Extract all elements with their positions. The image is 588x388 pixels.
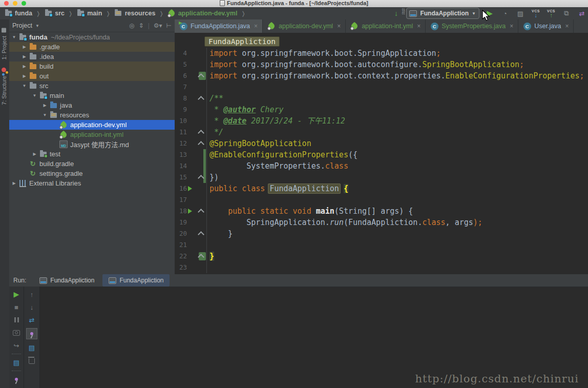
chevron-collapsed-icon[interactable]: ▶ — [22, 54, 27, 59]
tab-FundaAppliction.java[interactable]: CFundaAppliction.java× — [175, 19, 263, 33]
down-stack-trace-button[interactable]: ↓ — [27, 302, 36, 312]
chevron-down-icon[interactable]: ▼ — [35, 24, 39, 28]
code-line-6[interactable]: 6import org.springframework.boot.context… — [175, 70, 588, 81]
code-line-7[interactable]: 7 — [175, 81, 588, 93]
code-line-17[interactable]: 17 — [175, 194, 588, 206]
vcs-update-button[interactable]: VCS↓ — [531, 8, 541, 18]
fold-marker-icon[interactable] — [198, 231, 204, 238]
exit-button[interactable]: ↪ — [12, 341, 21, 350]
tree-item-build[interactable]: ▶build — [9, 62, 175, 71]
code-editor[interactable]: FundaAppliction 4import org.springframew… — [175, 33, 588, 274]
tree-item-funda[interactable]: ▼funda~/IdeaProjects/funda — [9, 32, 175, 42]
code-line-14[interactable]: 14 SystemProperties.class — [175, 160, 588, 172]
locate-icon[interactable]: ◎ — [129, 22, 134, 29]
print-button[interactable]: ▤ — [27, 343, 36, 352]
code-line-12[interactable]: 12@SpringBootApplication — [175, 138, 588, 149]
tab-SystemProperties.java[interactable]: CSystemProperties.java× — [426, 19, 518, 33]
breadcrumb-item-main[interactable]: main — [76, 9, 102, 17]
close-icon[interactable]: × — [254, 23, 258, 30]
code-line-4[interactable]: 4import org.springframework.boot.SpringA… — [175, 48, 588, 59]
show-console-button[interactable]: ▤ — [12, 358, 21, 367]
tree-item-build.gradle[interactable]: ↻build.gradle — [9, 159, 175, 169]
thread-dump-button[interactable] — [12, 328, 21, 337]
collapse-all-icon[interactable]: ⇕ — [139, 22, 144, 29]
close-icon[interactable]: × — [510, 23, 513, 30]
tree-item-.idea[interactable]: ▶.idea — [9, 52, 175, 62]
run-configuration-selector[interactable]: FundaAppliction ▼ — [406, 8, 479, 19]
tab-application-int.yml[interactable]: application-int.yml× — [346, 19, 426, 33]
breadcrumb-item-resources[interactable]: resources — [114, 9, 156, 17]
code-line-16[interactable]: 16public class FundaAppliction { — [175, 183, 588, 194]
vcs-commit-button[interactable]: VCS↑ — [546, 8, 556, 18]
code-line-10[interactable]: 10 * @date 2017/3/24 - 下午11:12 — [175, 115, 588, 127]
tab-application-dev.yml[interactable]: application-dev.yml× — [263, 19, 346, 33]
code-line-20[interactable]: 20 } — [175, 228, 588, 239]
tree-item-application-dev.yml[interactable]: application-dev.yml — [9, 120, 175, 130]
fold-marker-icon[interactable] — [198, 96, 204, 103]
up-stack-trace-button[interactable]: ↑ — [27, 290, 36, 299]
clear-all-button[interactable] — [27, 356, 36, 365]
tool-button-project[interactable]: 1: Project — [1, 25, 7, 59]
code-line-19[interactable]: 19 SpringApplication.run(FundaAppliction… — [175, 217, 588, 228]
chevron-expanded-icon[interactable]: ▼ — [22, 84, 27, 88]
tree-item-.gradle[interactable]: ▶.gradle — [9, 42, 175, 52]
stop-button[interactable]: ■ — [12, 302, 21, 312]
chevron-collapsed-icon[interactable]: ▶ — [22, 45, 27, 49]
chevron-collapsed-icon[interactable]: ▶ — [32, 152, 37, 156]
breadcrumb-item-src[interactable]: src — [44, 9, 65, 17]
soft-wrap-button[interactable]: ⇄ — [27, 315, 36, 324]
tree-item-test[interactable]: ▶test — [9, 149, 175, 159]
fold-marker-icon[interactable] — [198, 130, 204, 136]
run-with-coverage-icon[interactable]: ▨ — [515, 8, 526, 18]
code-line-15[interactable]: 15}) — [175, 172, 588, 183]
code-line-9[interactable]: 9 * @author Chery — [175, 104, 588, 115]
rerun-button[interactable]: ▶ — [12, 290, 21, 299]
code-line-21[interactable]: 21 — [175, 239, 588, 251]
breadcrumb-item-funda[interactable]: funda — [4, 9, 32, 17]
gear-icon[interactable]: ⚙▾ — [154, 22, 162, 29]
code-line-11[interactable]: 11 */ — [175, 127, 588, 138]
close-icon[interactable]: × — [337, 23, 341, 30]
tab-User.java[interactable]: CUser.java× — [518, 19, 574, 33]
run-gutter-icon[interactable] — [188, 209, 192, 214]
tool-button-structure[interactable]: 7: Structure — [1, 65, 7, 105]
code-line-22[interactable]: 22} — [175, 251, 588, 262]
code-line-8[interactable]: 8/** — [175, 93, 588, 104]
tree-item-application-int.yml[interactable]: application-int.yml — [9, 130, 175, 139]
hide-panel-icon[interactable]: ⊢ — [166, 22, 172, 29]
chevron-collapsed-icon[interactable]: ▶ — [42, 103, 48, 108]
run-tab-0[interactable]: FundaAppliction — [33, 274, 100, 287]
pin-icon[interactable] — [12, 375, 21, 384]
recent-changes-icon[interactable]: ⧉ — [561, 8, 572, 18]
code-line-18[interactable]: 18 public static void main(String[] args… — [175, 206, 588, 217]
chevron-expanded-icon[interactable]: ▼ — [11, 35, 17, 39]
tree-item-External Libraries[interactable]: ▶External Libraries — [9, 178, 175, 188]
tree-item-out[interactable]: ▶out — [9, 71, 175, 81]
tree-item-java[interactable]: ▶java — [9, 100, 175, 110]
tree-item-resources[interactable]: ▼resources — [9, 110, 175, 120]
close-icon[interactable]: × — [565, 23, 569, 30]
fold-marker-icon[interactable] — [198, 141, 204, 148]
pause-output-button[interactable] — [12, 315, 21, 324]
chevron-collapsed-icon[interactable]: ▶ — [22, 64, 27, 69]
tree-item-main[interactable]: ▼main — [9, 91, 175, 100]
close-icon[interactable]: × — [417, 23, 421, 30]
code-line-5[interactable]: 5import org.springframework.boot.autocon… — [175, 59, 588, 70]
run-gutter-icon[interactable] — [188, 186, 192, 191]
run-tab-1[interactable]: FundaAppliction — [102, 274, 170, 287]
breadcrumb-item-application-dev.yml[interactable]: application-dev.yml — [167, 9, 238, 17]
coverage-icon[interactable]: ◔ — [500, 8, 510, 18]
tree-item-settings.gradle[interactable]: ↻settings.gradle — [9, 169, 175, 178]
update-project-icon[interactable]: ↓011001 — [391, 8, 401, 18]
chevron-expanded-icon[interactable]: ▼ — [42, 113, 48, 117]
tree-item-src[interactable]: ▼src — [9, 81, 175, 91]
sync-icon[interactable]: ⇄ — [577, 8, 587, 18]
code-line-13[interactable]: 13@EnableConfigurationProperties({ — [175, 149, 588, 160]
pin-tab-button[interactable] — [26, 328, 37, 339]
chevron-collapsed-icon[interactable]: ▶ — [11, 181, 17, 186]
fold-marker-icon[interactable] — [198, 209, 204, 215]
code-line-23[interactable]: 23 — [175, 262, 588, 273]
tree-item-Jasypt 使用方法.md[interactable]: MDJasypt 使用方法.md — [9, 139, 175, 149]
chevron-expanded-icon[interactable]: ▼ — [32, 93, 37, 98]
chevron-collapsed-icon[interactable]: ▶ — [22, 74, 27, 78]
